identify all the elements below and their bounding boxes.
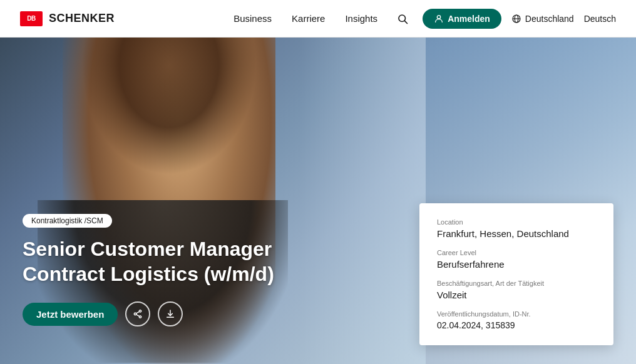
anmelden-label: Anmelden [448,14,490,24]
region-label: Deutschland [525,14,574,24]
apply-button[interactable]: Jetzt bewerben [23,303,118,326]
svg-point-2 [437,15,440,18]
svg-line-10 [136,311,140,313]
svg-line-9 [136,315,140,316]
search-button[interactable] [392,9,413,29]
download-button[interactable] [158,301,183,326]
career-level-value: Berufserfahrene [437,259,596,270]
hero-actions: Jetzt bewerben [23,301,336,326]
anmelden-button[interactable]: Anmelden [423,9,501,29]
logo-area: DB SCHENKER [20,11,115,26]
share-button[interactable] [125,301,150,326]
info-row-career-level: Career Level Berufserfahrene [437,249,596,270]
category-badge: Kontraktlogistik /SCM [23,214,112,228]
main-nav: Business Karriere Insights [233,13,377,24]
hero-content: Kontraktlogistik /SCM Senior Customer Ma… [23,214,336,326]
header-actions: Anmelden Deutschland Deutsch [392,9,616,29]
job-type-label: Beschäftigungsart, Art der Tätigkeit [437,280,596,287]
nav-item-insights[interactable]: Insights [345,13,377,24]
db-logo: DB [20,11,43,26]
info-row-location: Location Frankfurt, Hessen, Deutschland [437,218,596,239]
brand-name: SCHENKER [49,12,115,25]
svg-line-1 [405,21,408,23]
site-header: DB SCHENKER Business Karriere Insights A… [0,0,636,38]
location-value: Frankfurt, Hessen, Deutschland [437,228,596,239]
info-row-publish-date: Veröffentlichungsdatum, ID-Nr. 02.04.202… [437,310,596,330]
language-label[interactable]: Deutsch [584,14,616,24]
db-logo-text: DB [27,15,35,22]
nav-item-business[interactable]: Business [233,13,272,24]
location-label: Location [437,218,596,226]
hero-title: Senior Customer Manager Contract Logisti… [23,236,336,286]
career-level-label: Career Level [437,249,596,256]
info-row-job-type: Beschäftigungsart, Art der Tätigkeit Vol… [437,280,596,300]
nav-item-karriere[interactable]: Karriere [292,13,325,24]
hero-section: Kontraktlogistik /SCM Senior Customer Ma… [0,38,636,364]
publish-date-value: 02.04.2024, 315839 [437,320,596,330]
region-selector[interactable]: Deutschland [511,14,574,24]
job-type-value: Vollzeit [437,290,596,300]
publish-date-label: Veröffentlichungsdatum, ID-Nr. [437,310,596,318]
job-info-card: Location Frankfurt, Hessen, Deutschland … [419,203,613,345]
